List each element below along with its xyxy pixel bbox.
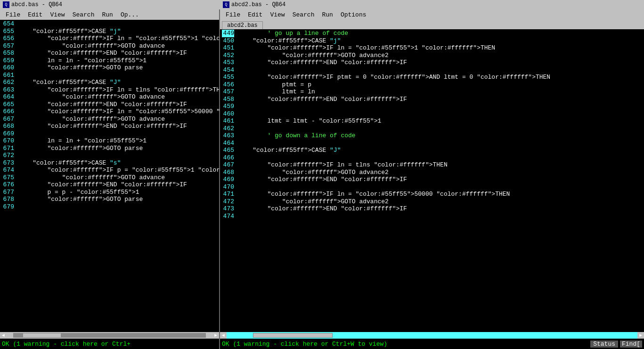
right-menu-options[interactable]: Options bbox=[337, 11, 370, 19]
right-menu-edit[interactable]: Edit bbox=[244, 11, 266, 19]
left-status-text[interactable]: OK (1 warning - click here or Ctrl+ bbox=[2, 341, 130, 348]
right-app-icon: Q bbox=[223, 1, 229, 8]
left-scroll-left[interactable]: ◄ bbox=[0, 332, 7, 339]
right-menu-search[interactable]: Search bbox=[289, 11, 318, 19]
left-menu-options[interactable]: Op... bbox=[117, 11, 143, 19]
right-menu-view[interactable]: View bbox=[266, 11, 288, 19]
right-scrollbar[interactable]: ◄ ► bbox=[220, 332, 644, 339]
left-code-content: 6546556566576586596606616626636646656666… bbox=[0, 20, 219, 332]
main-area: File Edit View Search Run Op... 65465565… bbox=[0, 9, 644, 349]
title-bar-area: Q abcd.bas - QB64 Q abcd2.bas - QB64 bbox=[0, 0, 644, 9]
right-scroll-right[interactable]: ► bbox=[637, 332, 644, 339]
tab-bar: abcd2.bas bbox=[220, 20, 644, 29]
left-code-area[interactable]: 6546556566576586596606616626636646656666… bbox=[0, 20, 219, 339]
left-code-lines[interactable]: "color:#ff55ff">CASE "j" "color:#ffffff"… bbox=[18, 20, 219, 332]
right-line-numbers: 4494504514524534544554564574584594604614… bbox=[220, 29, 238, 332]
left-scroll-thumb[interactable] bbox=[23, 333, 61, 338]
right-menu-file[interactable]: File bbox=[222, 11, 244, 19]
left-line-numbers: 6546556566576586596606616626636646656666… bbox=[0, 20, 18, 332]
left-title-bar: Q abcd.bas - QB64 bbox=[0, 0, 220, 9]
left-app-icon: Q bbox=[3, 1, 9, 8]
right-menu-run[interactable]: Run bbox=[318, 11, 336, 19]
right-code-area[interactable]: 4494504514524534544554564574584594604614… bbox=[220, 29, 644, 339]
left-scrollbar[interactable]: ◄ ► bbox=[0, 332, 219, 339]
left-menu-view[interactable]: View bbox=[46, 11, 68, 19]
right-title-text: abcd2.bas - QB64 bbox=[231, 1, 285, 8]
left-title-text: abcd.bas - QB64 bbox=[11, 1, 62, 8]
right-code-lines[interactable]: ' go up a line of code "color:#ff55ff">C… bbox=[238, 29, 644, 332]
status-label: Status bbox=[590, 341, 618, 348]
right-scroll-left[interactable]: ◄ bbox=[220, 332, 227, 339]
right-title-bar: Q abcd2.bas - QB64 bbox=[220, 0, 644, 9]
left-menu-edit[interactable]: Edit bbox=[24, 11, 46, 19]
left-status-bar[interactable]: OK (1 warning - click here or Ctrl+ bbox=[0, 339, 219, 349]
left-panel: File Edit View Search Run Op... 65465565… bbox=[0, 9, 220, 349]
right-status-bar[interactable]: OK (1 warning - click here or Ctrl+W to … bbox=[220, 339, 644, 349]
right-code-content: 4494504514524534544554564574584594604614… bbox=[220, 29, 644, 332]
left-menu-search[interactable]: Search bbox=[69, 11, 98, 19]
left-scroll-right[interactable]: ► bbox=[212, 332, 219, 339]
right-status-text[interactable]: OK (1 warning - click here or Ctrl+W to … bbox=[222, 341, 387, 348]
left-menu-file[interactable]: File bbox=[2, 11, 24, 19]
left-scroll-track[interactable] bbox=[13, 333, 206, 338]
right-panel: File Edit View Search Run Options abcd2.… bbox=[220, 9, 644, 349]
right-scroll-thumb[interactable] bbox=[253, 333, 333, 338]
find-label[interactable]: Find[ bbox=[620, 341, 642, 348]
tab-abcd2[interactable]: abcd2.bas bbox=[222, 21, 263, 29]
left-menu-bar: File Edit View Search Run Op... bbox=[0, 9, 219, 20]
left-menu-run[interactable]: Run bbox=[98, 11, 116, 19]
right-menu-bar: File Edit View Search Run Options bbox=[220, 9, 644, 20]
right-scroll-track[interactable] bbox=[233, 333, 631, 338]
